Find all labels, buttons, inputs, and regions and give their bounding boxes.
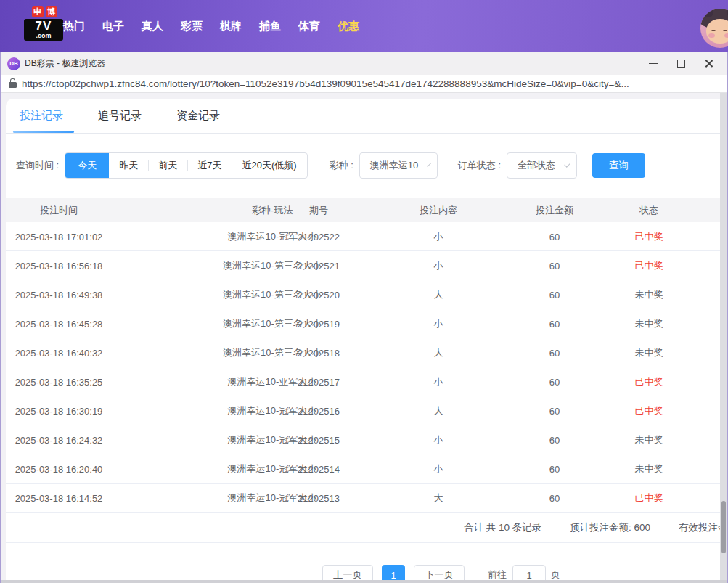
cell-time: 2025-03-18 16:40:32 bbox=[15, 347, 103, 358]
cell-time: 2025-03-18 16:35:25 bbox=[15, 376, 103, 387]
cell-status: 未中奖 bbox=[635, 317, 663, 330]
close-button[interactable] bbox=[695, 52, 722, 75]
site-logo[interactable]: 申 博 7V .com bbox=[24, 6, 65, 44]
nav-item-5[interactable]: 棋牌 bbox=[219, 20, 242, 33]
cell-status: 已中奖 bbox=[635, 375, 663, 388]
maximize-icon bbox=[677, 60, 685, 68]
cell-content: 大 bbox=[434, 346, 443, 359]
cell-amount: 60 bbox=[549, 405, 560, 416]
cell-issue: 21202513 bbox=[298, 492, 340, 503]
minimize-icon bbox=[649, 63, 658, 64]
logo-badge-right: 博 bbox=[46, 6, 57, 17]
cell-time: 2025-03-18 16:14:52 bbox=[15, 492, 103, 503]
active-tab-underline bbox=[13, 131, 74, 133]
window-titlebar: DB DB彩票 - 极速浏览器 bbox=[1, 52, 727, 75]
tab-2[interactable]: 追号记录 bbox=[98, 109, 143, 123]
logo-badge-left: 申 bbox=[32, 6, 44, 17]
filter-bar: 查询时间 : 今天昨天前天近7天近20天(低频) 彩种 : 澳洲幸运10 订单状… bbox=[16, 152, 727, 179]
nav-item-1[interactable]: 热门 bbox=[62, 20, 86, 33]
lottery-filter-label: 彩种 : bbox=[330, 159, 353, 172]
cell-issue: 21202514 bbox=[298, 463, 340, 474]
record-tabs: 投注记录追号记录资金记录 bbox=[6, 99, 727, 134]
cell-status: 未中奖 bbox=[635, 288, 663, 301]
cell-amount: 60 bbox=[549, 347, 560, 358]
table-row: 2025-03-18 16:45:28澳洲幸运10-第三名大小21202519小… bbox=[6, 309, 727, 338]
cell-issue: 21202521 bbox=[298, 260, 340, 271]
scrollbar-thumb[interactable] bbox=[721, 501, 726, 553]
window-bottom-frame bbox=[1, 580, 727, 583]
tab-3[interactable]: 资金记录 bbox=[176, 109, 221, 123]
time-option-4[interactable]: 近7天 bbox=[187, 153, 232, 178]
page-content: 投注记录追号记录资金记录 查询时间 : 今天昨天前天近7天近20天(低频) 彩种… bbox=[1, 93, 727, 583]
lottery-select[interactable]: 澳洲幸运10 bbox=[359, 152, 438, 179]
column-header-2: 彩种-玩法 bbox=[252, 204, 293, 217]
cell-amount: 60 bbox=[549, 376, 560, 387]
cell-time: 2025-03-18 16:24:32 bbox=[15, 434, 103, 445]
url-text[interactable]: https://ctop02pchwp1.zfnc84.com/lottery/… bbox=[22, 78, 719, 89]
time-option-1[interactable]: 今天 bbox=[65, 153, 109, 178]
avatar-eye-left bbox=[711, 29, 716, 31]
table-row: 2025-03-18 16:24:32澳洲幸运10-冠军大小21202515小6… bbox=[6, 425, 727, 454]
avatar-face bbox=[706, 19, 728, 44]
cell-issue: 21202517 bbox=[298, 376, 340, 387]
table-row: 2025-03-18 16:56:18澳洲幸运10-第三名大小21202521小… bbox=[6, 251, 727, 280]
window-title: DB彩票 - 极速浏览器 bbox=[25, 57, 105, 70]
chevron-down-icon bbox=[564, 161, 570, 167]
table-body: 2025-03-18 17:01:02澳洲幸运10-冠军大小21202522小6… bbox=[6, 222, 727, 513]
nav-item-8[interactable]: 优惠 bbox=[337, 20, 360, 33]
cell-content: 小 bbox=[434, 259, 443, 272]
cell-amount: 60 bbox=[549, 434, 560, 445]
cell-amount: 60 bbox=[549, 318, 560, 329]
cell-status: 已中奖 bbox=[635, 230, 663, 243]
cell-issue: 21202520 bbox=[298, 289, 340, 300]
cell-issue: 21202515 bbox=[298, 434, 340, 445]
user-avatar[interactable] bbox=[700, 9, 728, 48]
cell-status: 未中奖 bbox=[635, 433, 663, 447]
cell-status: 已中奖 bbox=[635, 492, 663, 505]
column-header-1: 投注时间 bbox=[40, 204, 78, 217]
lock-icon bbox=[9, 78, 17, 88]
time-option-3[interactable]: 前天 bbox=[148, 153, 187, 178]
time-option-5[interactable]: 近20天(低频) bbox=[232, 153, 306, 178]
browser-window: DB DB彩票 - 极速浏览器 https://ctop02pchwp1.zfn… bbox=[0, 52, 728, 583]
nav-item-2[interactable]: 电子 bbox=[102, 20, 125, 33]
tab-1[interactable]: 投注记录 bbox=[20, 109, 65, 123]
column-header-5: 投注金额 bbox=[536, 204, 573, 217]
cell-issue: 21202519 bbox=[298, 318, 340, 329]
column-header-6: 状态 bbox=[639, 204, 658, 217]
avatar-blush-right bbox=[724, 33, 728, 38]
table-row: 2025-03-18 16:20:40澳洲幸运10-冠军大小21202514小6… bbox=[6, 454, 727, 484]
cell-status: 已中奖 bbox=[635, 404, 663, 417]
time-option-2[interactable]: 昨天 bbox=[109, 153, 148, 178]
summary-total: 合计 共 10 条记录 bbox=[464, 521, 541, 534]
cell-content: 小 bbox=[434, 317, 443, 330]
cell-time: 2025-03-18 16:20:40 bbox=[15, 463, 103, 474]
search-button[interactable]: 查询 bbox=[592, 153, 645, 178]
table-row: 2025-03-18 16:14:52澳洲幸运10-冠军大小21202513大6… bbox=[6, 484, 727, 513]
lottery-select-value: 澳洲幸运10 bbox=[370, 159, 418, 172]
main-nav: 热门电子真人彩票棋牌捕鱼体育优惠 bbox=[62, 0, 360, 52]
cell-content: 小 bbox=[434, 230, 443, 243]
cell-status: 未中奖 bbox=[635, 346, 663, 359]
logo-sub-text: .com bbox=[24, 33, 63, 39]
minimize-button[interactable] bbox=[639, 52, 667, 75]
order-status-select[interactable]: 全部状态 bbox=[507, 152, 577, 179]
cell-issue: 21202518 bbox=[298, 347, 340, 358]
table-row: 2025-03-18 17:01:02澳洲幸运10-冠军大小21202522小6… bbox=[6, 222, 727, 251]
nav-item-6[interactable]: 捕鱼 bbox=[258, 20, 282, 33]
nav-item-3[interactable]: 真人 bbox=[141, 20, 164, 33]
avatar-eye-right bbox=[723, 29, 727, 31]
nav-item-4[interactable]: 彩票 bbox=[180, 20, 203, 33]
nav-item-7[interactable]: 体育 bbox=[298, 20, 321, 33]
vertical-scrollbar[interactable] bbox=[720, 93, 727, 580]
cell-issue: 21202522 bbox=[298, 231, 340, 242]
time-filter-label: 查询时间 : bbox=[16, 159, 59, 172]
summary-estimated-amount: 预计投注金额: 600 bbox=[570, 521, 650, 534]
maximize-button[interactable] bbox=[667, 52, 695, 75]
cell-amount: 60 bbox=[549, 492, 560, 503]
records-card: 投注记录追号记录资金记录 查询时间 : 今天昨天前天近7天近20天(低频) 彩种… bbox=[6, 99, 727, 583]
cell-time: 2025-03-18 16:49:38 bbox=[15, 289, 103, 300]
cell-content: 大 bbox=[434, 404, 443, 417]
address-bar[interactable]: https://ctop02pchwp1.zfnc84.com/lottery/… bbox=[1, 75, 727, 93]
cell-status: 未中奖 bbox=[635, 462, 663, 476]
